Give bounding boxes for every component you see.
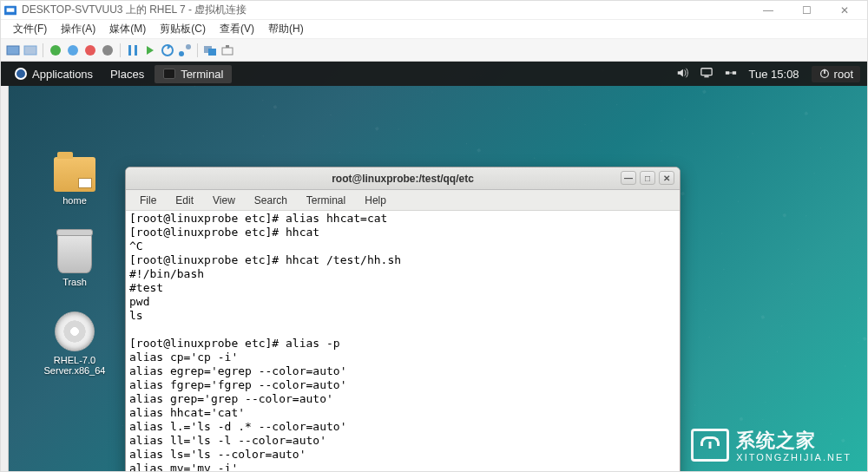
svg-rect-2 bbox=[7, 46, 19, 55]
share-icon[interactable] bbox=[220, 43, 234, 57]
svg-point-6 bbox=[162, 45, 173, 56]
terminal-menu-help[interactable]: Help bbox=[356, 193, 395, 208]
terminal-menu-view[interactable]: View bbox=[204, 193, 244, 208]
watermark: 系统之家 XITONGZHIJIA.NET bbox=[691, 428, 852, 462]
vm-menu-media[interactable]: 媒体(M) bbox=[104, 20, 151, 38]
svg-rect-14 bbox=[704, 75, 708, 77]
trash-icon bbox=[57, 233, 92, 273]
svg-point-8 bbox=[186, 44, 191, 49]
svg-rect-13 bbox=[700, 68, 711, 75]
terminal-menu-edit[interactable]: Edit bbox=[167, 193, 202, 208]
terminal-minimize-button[interactable]: — bbox=[621, 171, 636, 185]
terminal-title-text: root@linuxprobe:/test/qq/etc bbox=[332, 173, 474, 185]
clock[interactable]: Tue 15:08 bbox=[749, 68, 799, 81]
terminal-menubar: File Edit View Search Terminal Help bbox=[126, 190, 680, 211]
svg-rect-11 bbox=[222, 48, 233, 55]
shutdown-icon[interactable] bbox=[83, 43, 97, 57]
enhanced-session-icon[interactable] bbox=[203, 43, 217, 57]
watermark-url: XITONGZHIJIA.NET bbox=[736, 452, 852, 462]
places-menu[interactable]: Places bbox=[100, 68, 155, 81]
terminal-maximize-button[interactable]: □ bbox=[640, 171, 655, 185]
pause-icon[interactable] bbox=[126, 43, 140, 57]
network-icon[interactable] bbox=[725, 67, 737, 82]
vm-menu-action[interactable]: 操作(A) bbox=[56, 20, 101, 38]
power-icon bbox=[819, 68, 831, 80]
user-menu[interactable]: root bbox=[812, 66, 860, 82]
vm-titlebar[interactable]: DESKTOP-SVTVUU3 上的 RHEL 7 - 虚拟机连接 — ☐ ✕ bbox=[1, 1, 867, 20]
start-icon[interactable] bbox=[49, 43, 62, 57]
svg-point-7 bbox=[179, 51, 184, 56]
terminal-menu-terminal[interactable]: Terminal bbox=[298, 193, 354, 208]
display-icon[interactable] bbox=[700, 67, 713, 82]
window-controls: — ☐ ✕ bbox=[749, 1, 864, 20]
svg-rect-18 bbox=[824, 69, 825, 74]
places-label: Places bbox=[110, 68, 144, 81]
turnoff-icon[interactable] bbox=[66, 43, 80, 57]
user-label: root bbox=[834, 68, 853, 81]
svg-rect-12 bbox=[226, 45, 229, 48]
watermark-logo-icon bbox=[691, 429, 729, 462]
svg-rect-5 bbox=[135, 45, 137, 56]
toolbar-separator bbox=[43, 43, 43, 57]
svg-rect-15 bbox=[725, 71, 728, 75]
terminal-menu-file[interactable]: File bbox=[131, 193, 165, 208]
svg-rect-10 bbox=[208, 49, 216, 56]
desktop-icon-home-label: home bbox=[36, 195, 114, 206]
toolbar-icon[interactable] bbox=[23, 43, 37, 57]
vm-toolbar bbox=[1, 39, 867, 62]
desktop-icon-trash-label: Trash bbox=[36, 277, 114, 287]
terminal-menu-search[interactable]: Search bbox=[246, 193, 296, 208]
desktop-icon-home[interactable]: home bbox=[36, 157, 114, 206]
home-folder-icon bbox=[54, 157, 95, 192]
vm-menu-clipboard[interactable]: 剪贴板(C) bbox=[155, 20, 211, 38]
terminal-content[interactable]: [root@linuxprobe etc]# alias hhcat=cat [… bbox=[126, 211, 680, 471]
vm-title-text: DESKTOP-SVTVUU3 上的 RHEL 7 - 虚拟机连接 bbox=[22, 3, 749, 17]
guest-desktop[interactable]: Applications Places Terminal Tue 15:08 r… bbox=[1, 62, 867, 471]
terminal-close-button[interactable]: ✕ bbox=[659, 171, 674, 185]
volume-icon[interactable] bbox=[676, 67, 688, 82]
gnome-top-bar: Applications Places Terminal Tue 15:08 r… bbox=[1, 62, 867, 86]
watermark-brand: 系统之家 bbox=[736, 429, 816, 451]
svg-rect-16 bbox=[732, 71, 735, 75]
applications-label: Applications bbox=[32, 68, 93, 81]
desktop-icon-media[interactable]: RHEL-7.0 Server.x86_64 bbox=[36, 311, 114, 376]
terminal-titlebar[interactable]: root@linuxprobe:/test/qq/etc — □ ✕ bbox=[126, 167, 680, 190]
desktop-icon-trash[interactable]: Trash bbox=[36, 233, 114, 287]
reset-icon[interactable] bbox=[143, 43, 157, 57]
distro-logo-icon bbox=[15, 68, 27, 80]
desktop-icon-media-label: RHEL-7.0 Server.x86_64 bbox=[36, 355, 114, 376]
toolbar-separator bbox=[120, 43, 121, 57]
svg-rect-1 bbox=[7, 8, 15, 11]
taskbar-terminal[interactable]: Terminal bbox=[155, 65, 232, 83]
vm-connection-window: DESKTOP-SVTVUU3 上的 RHEL 7 - 虚拟机连接 — ☐ ✕ … bbox=[0, 0, 868, 472]
minimize-button[interactable]: — bbox=[749, 1, 787, 20]
terminal-window[interactable]: root@linuxprobe:/test/qq/etc — □ ✕ File … bbox=[125, 167, 681, 471]
ctrl-alt-del-icon[interactable] bbox=[6, 43, 20, 57]
maximize-button[interactable]: ☐ bbox=[787, 1, 825, 20]
toolbar-separator bbox=[197, 43, 198, 57]
terminal-window-controls: — □ ✕ bbox=[621, 171, 674, 185]
vm-menu-file[interactable]: 文件(F) bbox=[8, 20, 52, 38]
system-tray: Tue 15:08 root bbox=[676, 66, 860, 82]
disc-icon bbox=[55, 311, 95, 351]
applications-menu[interactable]: Applications bbox=[8, 68, 100, 81]
close-button[interactable]: ✕ bbox=[825, 1, 864, 20]
taskbar-terminal-label: Terminal bbox=[181, 68, 223, 81]
checkpoint-icon[interactable] bbox=[161, 43, 174, 57]
vm-menubar: 文件(F) 操作(A) 媒体(M) 剪贴板(C) 查看(V) 帮助(H) bbox=[1, 20, 867, 39]
revert-icon[interactable] bbox=[178, 43, 192, 57]
terminal-task-icon bbox=[163, 69, 175, 79]
vm-menu-view[interactable]: 查看(V) bbox=[214, 20, 260, 38]
svg-rect-3 bbox=[24, 46, 36, 55]
svg-rect-4 bbox=[128, 45, 131, 56]
save-icon[interactable] bbox=[101, 43, 115, 57]
vm-app-icon bbox=[4, 4, 16, 16]
background-window-edge bbox=[1, 86, 9, 471]
vm-menu-help[interactable]: 帮助(H) bbox=[263, 20, 309, 38]
